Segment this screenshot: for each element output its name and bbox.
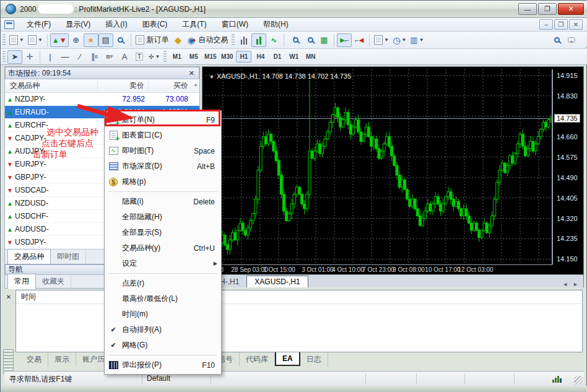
new-chart-button[interactable]: +▼ (7, 33, 26, 47)
arrows-tool-button[interactable]: ✣▼ (147, 50, 162, 64)
chart-tab-XAGUSD-,H1[interactable]: XAGUSD-,H1 (246, 276, 308, 287)
chat-icon[interactable] (564, 33, 579, 47)
menu-item-2[interactable]: 插入(I) (98, 18, 134, 30)
mdi-restore-button[interactable]: ❐ (554, 19, 568, 30)
auto-scroll-button[interactable]: ▶⌐ (337, 33, 352, 47)
tab-scroll-left-icon[interactable]: ◄ (562, 281, 568, 287)
context-menu-item[interactable]: ✔自动排列(A) (105, 322, 221, 338)
timeframe-button-h4[interactable]: H4 (253, 51, 268, 63)
terminal-tab-日志[interactable]: 日志 (300, 352, 328, 367)
docked-panel-icon[interactable] (3, 349, 14, 374)
terminal-close-icon[interactable]: ✕ (4, 294, 13, 302)
column-ask[interactable]: 买价 (149, 81, 192, 91)
price-axis[interactable]: 14.91514.83014.74514.66014.57514.49014.4… (552, 69, 583, 264)
tile-windows-button[interactable]: ▦ (316, 33, 331, 47)
chart-plot-area[interactable]: ▼XAGUSD-,H1. 14.708 14.738 14.702 14.735 (206, 69, 552, 264)
context-menu-item[interactable]: 隐藏(i)Delete (105, 194, 221, 209)
timeframe-button-m1[interactable]: M1 (169, 51, 185, 63)
timeframe-button-mn[interactable]: MN (303, 51, 318, 63)
context-menu-item[interactable]: 弹出报价(P)F10 (105, 357, 221, 373)
context-menu-item[interactable]: 时间(m) (105, 307, 221, 322)
terminal-button[interactable]: ▤ (98, 33, 113, 47)
navigator-tab-常用[interactable]: 常用 (7, 274, 36, 289)
terminal-tab-代码库[interactable]: 代码库 (240, 352, 275, 367)
context-menu-item[interactable]: 设定▶ (105, 256, 221, 271)
horizontal-line-button[interactable]: — (58, 50, 72, 64)
text-tool-button[interactable]: A (117, 50, 132, 64)
candlestick-chart-button[interactable] (251, 33, 266, 47)
context-menu-item[interactable]: ✔网格(G) (105, 338, 221, 353)
terminal-tab-交易[interactable]: 交易 (20, 352, 48, 367)
timeframe-button-d1[interactable]: D1 (269, 51, 285, 63)
timeframe-button-m5[interactable]: M5 (186, 51, 201, 63)
fibonacci-button[interactable]: ≡F (102, 50, 117, 64)
profiles-button[interactable]: ▼ (26, 33, 45, 47)
timeframe-button-h1[interactable]: H1 (236, 51, 251, 63)
data-window-button[interactable]: ⊕ (69, 33, 84, 47)
equidistant-channel-button[interactable]: ∥E (87, 50, 102, 64)
menu-item-label: 弹出报价(P) (122, 360, 202, 370)
market-watch-close-icon[interactable]: ✕ (187, 69, 196, 77)
context-menu-item[interactable]: 市场深度(D)Alt+B (105, 159, 221, 174)
market-watch-tab-即时图[interactable]: 即时图 (51, 250, 86, 264)
autotrade-button[interactable]: ◉●自动交易 (186, 33, 230, 47)
resize-grip[interactable] (574, 376, 583, 385)
zoom-in-button[interactable]: + (287, 33, 302, 47)
navigator-tab-收藏夹[interactable]: 收藏夹 (36, 274, 71, 289)
menu-item-5[interactable]: 窗口(W) (214, 18, 256, 30)
new-order-button[interactable]: +新订单 (134, 33, 171, 47)
close-button[interactable]: ✕ (558, 3, 584, 15)
menu-item-1[interactable]: 显示(V) (58, 18, 98, 30)
periods-button[interactable]: ◷▼ (391, 33, 408, 47)
context-menu-item[interactable]: 交易品种(y)Ctrl+U (105, 240, 221, 256)
menu-item-0[interactable]: 文件(F) (19, 18, 58, 30)
line-chart-button[interactable]: ∿ (266, 33, 281, 47)
time-axis[interactable]: 201828 Sep 03:001 Oct 15:003 Oct 01:004 … (206, 264, 552, 274)
market-watch-header[interactable]: 市场报价: 09:19:54 ✕ (5, 67, 199, 79)
context-menu-item[interactable]: ∿即时图(T)Space (105, 143, 221, 159)
navigator-button[interactable]: ★ (84, 33, 98, 47)
tab-scroll-right-icon[interactable]: ► (573, 281, 578, 287)
column-symbol[interactable]: 交易品种 (5, 81, 98, 91)
menu-item-4[interactable]: 工具(T) (175, 18, 214, 30)
minimize-button[interactable]: — (518, 3, 537, 15)
timeframe-button-m30[interactable]: M30 (219, 51, 235, 63)
time-tick: 12 Oct 03:00 (458, 266, 493, 273)
bar-chart-button[interactable] (237, 33, 251, 47)
metaeditor-button[interactable]: ◆ (171, 33, 186, 47)
menu-separator (108, 191, 217, 192)
trendline-button[interactable]: ∕ (72, 50, 87, 64)
terminal-tab-展示[interactable]: 展示 (48, 352, 76, 367)
menu-item-6[interactable]: 帮助(H) (256, 18, 296, 30)
context-menu-item[interactable]: $规格(p) (105, 174, 221, 189)
vertical-line-button[interactable]: | (43, 50, 58, 64)
cursor-tool-button[interactable]: ➤ (7, 50, 22, 64)
menu-item-3[interactable]: 图表(C) (135, 18, 175, 30)
chevron-down-icon[interactable]: ▼ (209, 74, 214, 80)
terminal-tab-EA[interactable]: EA (275, 352, 300, 366)
templates-button[interactable]: ▥▼ (408, 33, 425, 47)
text-label-button[interactable]: T (132, 50, 147, 64)
indicators-button[interactable]: +▼ (372, 33, 391, 47)
zoom-out-button[interactable]: − (302, 33, 316, 47)
search-icon[interactable] (549, 33, 564, 47)
account-number: 2000 (20, 5, 37, 14)
chart-shift-button[interactable]: ⌐◀ (352, 33, 367, 47)
timeframe-button-w1[interactable]: W1 (286, 51, 302, 63)
timeframe-button-m15[interactable]: M15 (202, 51, 218, 63)
column-time[interactable]: 时间 (21, 292, 36, 302)
restore-button[interactable]: ❐ (538, 3, 557, 15)
context-menu-item[interactable]: 最高价/最低价(L) (105, 291, 221, 307)
context-menu-item[interactable]: 全部显示(S) (105, 225, 221, 240)
context-menu-item[interactable]: 全部隐藏(H) (105, 209, 221, 225)
strategy-tester-button[interactable] (113, 33, 128, 47)
mdi-close-button[interactable]: ✕ (569, 19, 583, 30)
market-watch-button[interactable]: ▲▼ (50, 33, 69, 47)
mdi-minimize-button[interactable]: – (539, 19, 553, 30)
column-bid[interactable]: 卖价 (98, 81, 149, 91)
crosshair-tool-button[interactable]: ✛ (22, 50, 37, 64)
market-watch-tab-交易品种[interactable]: 交易品种 (7, 249, 51, 264)
status-template[interactable]: Default (147, 374, 170, 383)
scroll-up-arrow[interactable]: ▲ (193, 82, 198, 87)
context-menu-item[interactable]: 点差(r) (105, 276, 221, 291)
